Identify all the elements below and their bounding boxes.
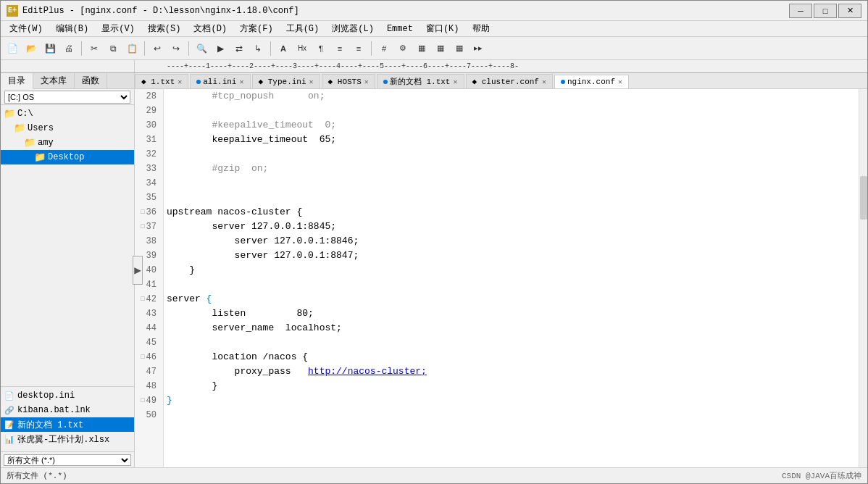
toolbar-grid2[interactable]: ▦ <box>432 40 449 57</box>
maximize-button[interactable]: □ <box>814 4 837 18</box>
tab-clusterconf[interactable]: ◆ cluster.conf ✕ <box>466 74 553 88</box>
toolbar-cut[interactable]: ✂ <box>85 40 103 57</box>
file-item-kibana[interactable]: 🔗 kibana.bat.lnk <box>1 403 134 417</box>
menu-view[interactable]: 显示(V) <box>96 21 141 36</box>
filter-dropdown[interactable]: 所有文件 (*.*) 文本文件 (*.txt) <box>4 454 131 466</box>
toolbar-list2[interactable]: ≡ <box>350 40 367 57</box>
close-button[interactable]: ✕ <box>838 4 861 18</box>
file-icon-kibana: 🔗 <box>4 406 14 415</box>
toolbar-grid1[interactable]: ▦ <box>413 40 430 57</box>
toolbar-copy[interactable]: ⧉ <box>104 40 122 57</box>
code-editor[interactable]: #tcp_nopush on; #keepalive_timeout 0; ke… <box>164 89 859 467</box>
menu-emmet[interactable]: Emmet <box>381 22 419 36</box>
toolbar-Hx[interactable]: Hx <box>293 40 311 57</box>
editor-scrollbar[interactable] <box>859 89 867 467</box>
tab-1txt[interactable]: ◆ 1.txt ✕ <box>135 74 188 88</box>
toolbar-save[interactable]: 💾 <box>41 40 59 57</box>
linenum-33: 33 <box>135 162 159 176</box>
file-item-xlsx[interactable]: 📊 张虎翼-工作计划.xlsx <box>1 432 134 446</box>
filter-bar: 所有文件 (*.*) 文本文件 (*.txt) <box>1 451 134 467</box>
tree-label-desktop: Desktop <box>48 152 84 162</box>
ruler-row: ----+----1----+----2----+----3----+----4… <box>1 60 867 73</box>
code-line-48: } <box>167 379 856 393</box>
scrollbar-thumb[interactable] <box>860 176 867 220</box>
code-line-41 <box>167 278 856 292</box>
tree-item-c[interactable]: 📁 C:\ <box>1 107 134 121</box>
folder-desktop-icon: 📁 <box>34 151 46 163</box>
toolbar-new[interactable]: 📄 <box>4 40 21 57</box>
code-line-37: server 127.0.0.1:8845; <box>167 220 856 234</box>
panel-tab-functions[interactable]: 函数 <box>75 73 107 88</box>
tab-hosts[interactable]: ◆ HOSTS ✕ <box>322 74 375 88</box>
tab-close-hosts[interactable]: ✕ <box>364 78 369 86</box>
toolbar-findnext[interactable]: ▶ <box>212 40 229 57</box>
menu-file[interactable]: 文件(W) <box>4 21 49 36</box>
toolbar-num[interactable]: # <box>375 40 393 57</box>
file-item-newtxt[interactable]: 📝 新的文档 1.txt <box>1 417 134 432</box>
tree-item-amy[interactable]: 📁 amy <box>1 135 134 150</box>
toolbar-grid3[interactable]: ▦ <box>451 40 468 57</box>
toolbar-paste[interactable]: 📋 <box>123 40 141 57</box>
toolbar-redo[interactable]: ↪ <box>167 40 185 57</box>
toolbar-fwd[interactable]: ▸▸ <box>470 40 487 57</box>
toolbar-print[interactable]: 🖨 <box>60 40 78 57</box>
linenum-49: □49 <box>135 393 159 408</box>
drive-dropdown[interactable]: [C:] OS [D:] Data <box>4 91 130 104</box>
tab-aliini[interactable]: ali.ini ✕ <box>190 74 250 88</box>
panel-tabs: 目录 文本库 函数 <box>1 73 134 89</box>
minimize-button[interactable]: ─ <box>789 4 812 18</box>
toolbar-A[interactable]: A <box>275 40 292 57</box>
menu-project[interactable]: 方案(F) <box>234 21 279 36</box>
menu-edit[interactable]: 编辑(B) <box>50 21 95 36</box>
tab-label-hosts: ◆ HOSTS <box>328 77 362 86</box>
fold-icon-36[interactable]: □ <box>141 205 144 220</box>
toolbar-replace[interactable]: ⇄ <box>230 40 248 57</box>
tab-close-newtxt[interactable]: ✕ <box>453 78 457 86</box>
code-line-29 <box>167 104 856 118</box>
file-item-desktopini[interactable]: 📄 desktop.ini <box>1 388 134 403</box>
menu-doc[interactable]: 文档(D) <box>188 21 233 36</box>
tab-label-aliini: ali.ini <box>203 78 236 86</box>
panel-tab-directory[interactable]: 目录 <box>1 73 33 89</box>
status-bar: 所有文件 (*.*) CSDN @JAVA百练成神 <box>1 467 867 483</box>
menu-browser[interactable]: 浏览器(L) <box>326 21 380 36</box>
toolbar-settings[interactable]: ⚙ <box>394 40 412 57</box>
toolbar-undo[interactable]: ↩ <box>149 40 166 57</box>
toolbar-open[interactable]: 📂 <box>22 40 40 57</box>
tab-label-newtxt: 新的文档 1.txt <box>390 76 451 87</box>
tab-close-nginxconf[interactable]: ✕ <box>618 78 622 86</box>
fold-icon-42[interactable]: □ <box>141 292 144 306</box>
tab-nginxconf[interactable]: nginx.conf ✕ <box>554 75 629 89</box>
code-line-32 <box>167 147 856 162</box>
menu-window[interactable]: 窗口(K) <box>420 21 465 36</box>
fold-icon-49[interactable]: □ <box>141 393 144 408</box>
menu-help[interactable]: 帮助 <box>467 21 496 36</box>
tree-item-users[interactable]: 📁 Users <box>1 121 134 135</box>
toolbar-pilcrow[interactable]: ¶ <box>312 40 330 57</box>
tab-close-typeini[interactable]: ✕ <box>309 78 314 86</box>
tab-close-clusterconf[interactable]: ✕ <box>542 78 546 86</box>
tab-close-aliini[interactable]: ✕ <box>239 78 243 86</box>
fold-icon-46[interactable]: □ <box>141 350 144 364</box>
toolbar-list[interactable]: ≡ <box>331 40 349 57</box>
menu-search[interactable]: 搜索(S) <box>142 21 187 36</box>
code-line-47: proxy_pass http://nacos-cluster; <box>167 364 856 379</box>
toolbar-sep4 <box>270 41 271 56</box>
tree-item-desktop[interactable]: 📁 Desktop <box>1 150 134 164</box>
panel-tab-textlib[interactable]: 文本库 <box>33 73 75 88</box>
code-line-49: } <box>167 393 856 408</box>
tab-close-1txt[interactable]: ✕ <box>178 78 182 86</box>
tab-newtxt[interactable]: 新的文档 1.txt ✕ <box>377 74 464 88</box>
panel-collapse-arrow[interactable]: ▶ <box>133 256 143 285</box>
tab-typeini[interactable]: ◆ Type.ini ✕ <box>252 74 320 88</box>
fold-icon-37[interactable]: □ <box>141 220 144 234</box>
linenum-47: 47 <box>135 364 159 379</box>
toolbar-find[interactable]: 🔍 <box>193 40 210 57</box>
toolbar-goto[interactable]: ↳ <box>249 40 267 57</box>
ruler-spacer <box>1 60 135 72</box>
code-line-43: listen 80; <box>167 306 856 321</box>
menu-tools[interactable]: 工具(G) <box>280 21 325 36</box>
file-label-kibana: kibana.bat.lnk <box>17 405 91 415</box>
folder-users-icon: 📁 <box>14 122 25 134</box>
code-line-30: #keepalive_timeout 0; <box>167 118 856 133</box>
